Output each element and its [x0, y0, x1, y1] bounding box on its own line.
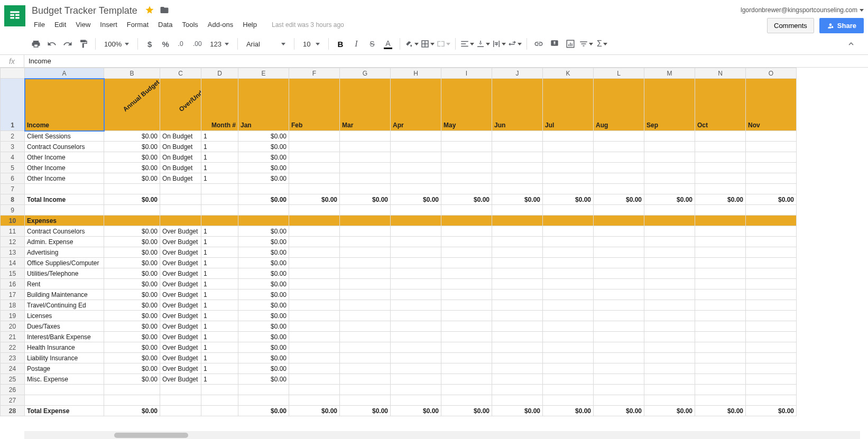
- cell-D9[interactable]: [201, 205, 238, 216]
- col-header-E[interactable]: E: [238, 68, 289, 79]
- cell-H24[interactable]: [391, 363, 441, 374]
- cell-C15[interactable]: Over Budget: [160, 268, 201, 279]
- cell-G14[interactable]: [340, 258, 391, 268]
- cell-M16[interactable]: [644, 279, 695, 289]
- cell-K20[interactable]: [543, 321, 594, 332]
- cell-L27[interactable]: [594, 395, 644, 406]
- cell-K9[interactable]: [543, 205, 594, 216]
- cell-F1[interactable]: Feb: [289, 79, 340, 131]
- cell-A16[interactable]: Rent: [25, 279, 104, 289]
- cell-K17[interactable]: [543, 289, 594, 300]
- cell-N6[interactable]: [695, 173, 746, 184]
- cell-B9[interactable]: [104, 205, 160, 216]
- cell-B11[interactable]: $0.00: [104, 226, 160, 237]
- cell-F15[interactable]: [289, 268, 340, 279]
- italic-icon[interactable]: I: [349, 36, 364, 51]
- cell-H23[interactable]: [391, 353, 441, 363]
- cell-C13[interactable]: Over Budget: [160, 247, 201, 258]
- cell-I15[interactable]: [441, 268, 492, 279]
- cell-G17[interactable]: [340, 289, 391, 300]
- cell-O22[interactable]: [746, 342, 797, 353]
- cell-M4[interactable]: [644, 152, 695, 163]
- row-header[interactable]: 17: [1, 289, 25, 300]
- cell-L24[interactable]: [594, 363, 644, 374]
- cell-B8[interactable]: $0.00: [104, 194, 160, 205]
- cell-D21[interactable]: 1: [201, 332, 238, 342]
- cell-I13[interactable]: [441, 247, 492, 258]
- cell-D10[interactable]: [201, 216, 238, 226]
- cell-L20[interactable]: [594, 321, 644, 332]
- cell-D1[interactable]: Month #: [201, 79, 238, 131]
- cell-B14[interactable]: $0.00: [104, 258, 160, 268]
- cell-L6[interactable]: [594, 173, 644, 184]
- cell-C14[interactable]: Over Budget: [160, 258, 201, 268]
- cell-C7[interactable]: [160, 184, 201, 194]
- cell-G12[interactable]: [340, 237, 391, 247]
- cell-D24[interactable]: 1: [201, 363, 238, 374]
- cell-E4[interactable]: $0.00: [238, 152, 289, 163]
- cell-F21[interactable]: [289, 332, 340, 342]
- row-header[interactable]: 24: [1, 363, 25, 374]
- cell-H19[interactable]: [391, 311, 441, 321]
- cell-M18[interactable]: [644, 300, 695, 311]
- cell-F9[interactable]: [289, 205, 340, 216]
- col-header-K[interactable]: K: [543, 68, 594, 79]
- cell-H18[interactable]: [391, 300, 441, 311]
- spreadsheet-grid[interactable]: ABCDEFGHIJKLMNO 1IncomeAnnual Budget Amt…: [0, 68, 797, 416]
- cell-I5[interactable]: [441, 163, 492, 173]
- cell-L10[interactable]: [594, 216, 644, 226]
- cell-E12[interactable]: $0.00: [238, 237, 289, 247]
- folder-icon[interactable]: [160, 5, 169, 16]
- cell-C20[interactable]: Over Budget: [160, 321, 201, 332]
- cell-N12[interactable]: [695, 237, 746, 247]
- cell-G21[interactable]: [340, 332, 391, 342]
- menu-tools[interactable]: Tools: [178, 18, 202, 31]
- cell-J3[interactable]: [492, 142, 543, 152]
- cell-L19[interactable]: [594, 311, 644, 321]
- cell-C19[interactable]: Over Budget: [160, 311, 201, 321]
- cell-O9[interactable]: [746, 205, 797, 216]
- cell-K4[interactable]: [543, 152, 594, 163]
- cell-C17[interactable]: Over Budget: [160, 289, 201, 300]
- cell-E8[interactable]: $0.00: [238, 194, 289, 205]
- cell-J1[interactable]: Jun: [492, 79, 543, 131]
- cell-H28[interactable]: $0.00: [391, 406, 441, 416]
- cell-M15[interactable]: [644, 268, 695, 279]
- cell-D17[interactable]: 1: [201, 289, 238, 300]
- cell-M3[interactable]: [644, 142, 695, 152]
- cell-E9[interactable]: [238, 205, 289, 216]
- cell-A19[interactable]: Licenses: [25, 311, 104, 321]
- cell-H16[interactable]: [391, 279, 441, 289]
- cell-K28[interactable]: $0.00: [543, 406, 594, 416]
- cell-L8[interactable]: $0.00: [594, 194, 644, 205]
- cell-O5[interactable]: [746, 163, 797, 173]
- cell-E15[interactable]: $0.00: [238, 268, 289, 279]
- cell-N18[interactable]: [695, 300, 746, 311]
- cell-H1[interactable]: Apr: [391, 79, 441, 131]
- cell-B18[interactable]: $0.00: [104, 300, 160, 311]
- cell-J27[interactable]: [492, 395, 543, 406]
- cell-O1[interactable]: Nov: [746, 79, 797, 131]
- cell-F17[interactable]: [289, 289, 340, 300]
- cell-D11[interactable]: 1: [201, 226, 238, 237]
- cell-E1[interactable]: Jan: [238, 79, 289, 131]
- menu-format[interactable]: Format: [123, 18, 153, 31]
- cell-D2[interactable]: 1: [201, 131, 238, 142]
- cell-B26[interactable]: [104, 385, 160, 395]
- cell-L5[interactable]: [594, 163, 644, 173]
- cell-D12[interactable]: 1: [201, 237, 238, 247]
- redo-icon[interactable]: [60, 36, 75, 51]
- cell-F19[interactable]: [289, 311, 340, 321]
- cell-D15[interactable]: 1: [201, 268, 238, 279]
- col-header-M[interactable]: M: [644, 68, 695, 79]
- cell-J2[interactable]: [492, 131, 543, 142]
- cell-N15[interactable]: [695, 268, 746, 279]
- cell-A13[interactable]: Advertising: [25, 247, 104, 258]
- cell-K27[interactable]: [543, 395, 594, 406]
- cell-K2[interactable]: [543, 131, 594, 142]
- cell-E21[interactable]: $0.00: [238, 332, 289, 342]
- cell-N2[interactable]: [695, 131, 746, 142]
- cell-O27[interactable]: [746, 395, 797, 406]
- cell-O19[interactable]: [746, 311, 797, 321]
- expand-toolbar-icon[interactable]: [844, 36, 858, 51]
